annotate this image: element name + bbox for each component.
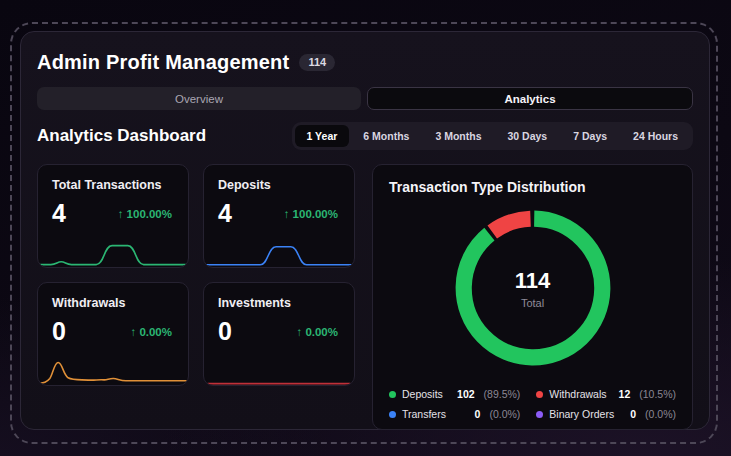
- sparkline-total-transactions: [38, 237, 188, 267]
- sparkline-withdrawals: [38, 355, 188, 385]
- filter-6-months[interactable]: 6 Months: [351, 125, 421, 147]
- filter-30-days[interactable]: 30 Days: [496, 125, 560, 147]
- stat-value: 0: [218, 319, 232, 344]
- filter-7-days[interactable]: 7 Days: [561, 125, 619, 147]
- stat-card-deposits: Deposits 4 ↑ 100.00%: [203, 164, 355, 268]
- stat-label: Total Transactions: [52, 178, 174, 192]
- stat-card-total-transactions: Total Transactions 4 ↑ 100.00%: [37, 164, 189, 268]
- legend-item-transfers[interactable]: Transfers 0 (0.0%): [389, 408, 520, 420]
- stat-value: 0: [52, 319, 66, 344]
- legend-item-deposits[interactable]: Deposits 102 (89.5%): [389, 388, 520, 400]
- legend-dot-withdrawals: [536, 391, 543, 398]
- sparkline-deposits: [204, 237, 354, 267]
- dashboard-subheader: Analytics Dashboard 1 Year 6 Months 3 Mo…: [37, 122, 693, 150]
- legend-dot-transfers: [389, 411, 396, 418]
- chart-title: Transaction Type Distribution: [389, 179, 676, 195]
- legend-dot-binary-orders: [536, 411, 543, 418]
- tab-bar: Overview Analytics: [37, 87, 693, 110]
- tab-analytics[interactable]: Analytics: [367, 87, 693, 110]
- legend-item-binary-orders[interactable]: Binary Orders 0 (0.0%): [536, 408, 676, 420]
- dashboard-heading: Analytics Dashboard: [37, 126, 206, 146]
- chart-legend: Deposits 102 (89.5%) Withdrawals 12 (10.…: [389, 388, 676, 420]
- main-panel: Admin Profit Management 114 Overview Ana…: [20, 31, 710, 430]
- transaction-distribution-card: Transaction Type Distribution 114 Total …: [372, 164, 693, 430]
- time-filter-bar: 1 Year 6 Months 3 Months 30 Days 7 Days …: [292, 122, 693, 150]
- legend-item-withdrawals[interactable]: Withdrawals 12 (10.5%): [536, 388, 676, 400]
- stat-card-withdrawals: Withdrawals 0 ↑ 0.00%: [37, 282, 189, 386]
- stat-change-up: ↑ 100.00%: [284, 208, 338, 220]
- legend-dot-deposits: [389, 391, 396, 398]
- total-count-badge: 114: [299, 54, 335, 71]
- donut-segment-withdrawals: [447, 202, 619, 374]
- stat-label: Withdrawals: [52, 296, 174, 310]
- stat-change-up: ↑ 0.00%: [130, 326, 172, 338]
- dashboard-content: Total Transactions 4 ↑ 100.00%: [37, 164, 693, 430]
- page-header: Admin Profit Management 114: [37, 49, 693, 75]
- page-title: Admin Profit Management: [37, 51, 289, 74]
- donut-chart: 114 Total: [447, 202, 619, 374]
- filter-24-hours[interactable]: 24 Hours: [621, 125, 690, 147]
- stat-value: 4: [52, 201, 66, 226]
- stats-grid: Total Transactions 4 ↑ 100.00%: [37, 164, 355, 430]
- stat-label: Deposits: [218, 178, 340, 192]
- donut-segment-deposits: [462, 217, 603, 358]
- filter-3-months[interactable]: 3 Months: [423, 125, 493, 147]
- dashed-border-frame: Admin Profit Management 114 Overview Ana…: [10, 22, 718, 444]
- stat-value: 4: [218, 201, 232, 226]
- stat-card-investments: Investments 0 ↑ 0.00%: [203, 282, 355, 386]
- stat-change-up: ↑ 100.00%: [118, 208, 172, 220]
- stat-change-up: ↑ 0.00%: [296, 326, 338, 338]
- sparkline-investments: [204, 355, 354, 385]
- stat-label: Investments: [218, 296, 340, 310]
- tab-overview[interactable]: Overview: [37, 87, 361, 110]
- filter-1-year[interactable]: 1 Year: [295, 125, 350, 147]
